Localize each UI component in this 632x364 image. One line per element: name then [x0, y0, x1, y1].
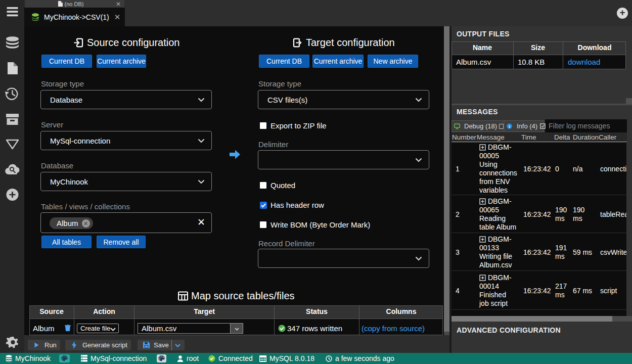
svg-text:i: i: [509, 124, 510, 129]
